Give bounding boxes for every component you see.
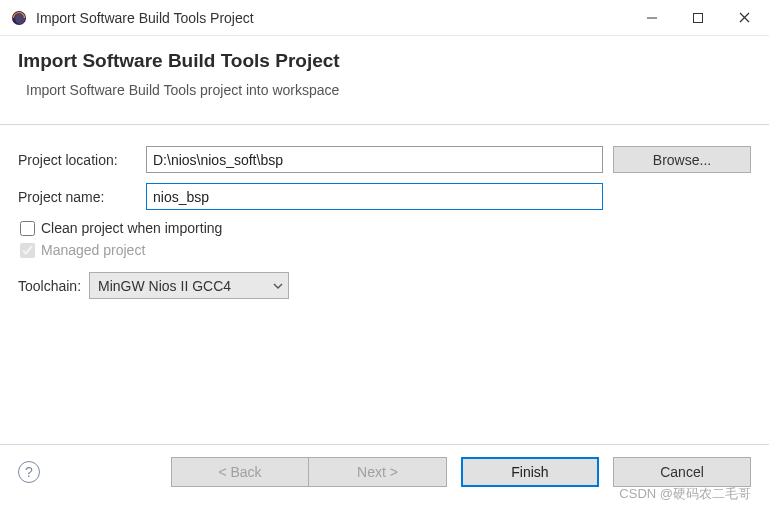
wizard-banner: Import Software Build Tools Project Impo… <box>0 36 769 125</box>
help-icon[interactable]: ? <box>18 461 40 483</box>
project-name-label: Project name: <box>18 189 146 205</box>
banner-description: Import Software Build Tools project into… <box>18 82 751 98</box>
project-name-input[interactable] <box>146 183 603 210</box>
project-location-label: Project location: <box>18 152 146 168</box>
toolchain-combo[interactable]: MinGW Nios II GCC4 <box>89 272 289 299</box>
window-controls <box>629 2 767 34</box>
managed-project-label: Managed project <box>41 242 145 258</box>
titlebar: Import Software Build Tools Project <box>0 0 769 36</box>
managed-project-checkbox <box>20 243 35 258</box>
managed-project-row: Managed project <box>18 242 751 258</box>
maximize-button[interactable] <box>675 2 721 34</box>
minimize-button[interactable] <box>629 2 675 34</box>
cancel-button[interactable]: Cancel <box>613 457 751 487</box>
toolchain-value: MinGW Nios II GCC4 <box>98 278 272 294</box>
clean-project-label: Clean project when importing <box>41 220 222 236</box>
window-title: Import Software Build Tools Project <box>36 10 629 26</box>
toolchain-row: Toolchain: MinGW Nios II GCC4 <box>18 272 751 299</box>
eclipse-icon <box>10 9 28 27</box>
toolchain-label: Toolchain: <box>18 278 81 294</box>
wizard-content: Project location: Browse... Project name… <box>0 125 769 317</box>
back-button: < Back <box>171 457 309 487</box>
close-button[interactable] <box>721 2 767 34</box>
project-location-input[interactable] <box>146 146 603 173</box>
svg-point-1 <box>15 12 25 24</box>
clean-project-checkbox[interactable] <box>20 221 35 236</box>
clean-project-row: Clean project when importing <box>18 220 751 236</box>
project-name-row: Project name: <box>18 183 751 210</box>
chevron-down-icon <box>272 283 284 289</box>
wizard-button-bar: < Back Next > Finish Cancel <box>171 457 751 487</box>
project-location-row: Project location: Browse... <box>18 146 751 173</box>
finish-button[interactable]: Finish <box>461 457 599 487</box>
wizard-footer: ? < Back Next > Finish Cancel <box>0 444 769 507</box>
browse-button[interactable]: Browse... <box>613 146 751 173</box>
next-button: Next > <box>309 457 447 487</box>
banner-title: Import Software Build Tools Project <box>18 50 751 72</box>
svg-rect-3 <box>694 13 703 22</box>
